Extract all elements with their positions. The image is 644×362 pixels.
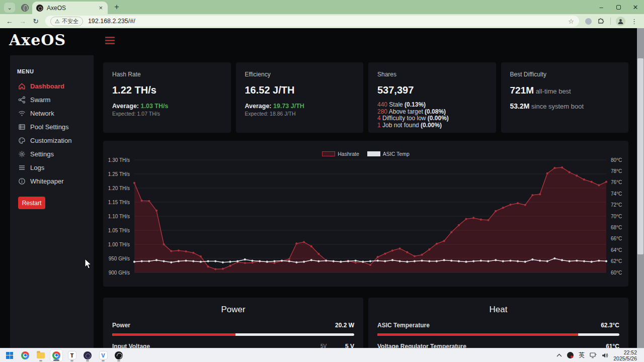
efficiency-average-label: Average: <box>245 103 274 110</box>
legend-asic-temp: ASIC Temp <box>367 151 410 157</box>
efficiency-value: 16.52 J/TH <box>245 84 355 96</box>
menu-toggle-icon[interactable] <box>105 37 115 44</box>
browser-menu-icon[interactable]: ⋮ <box>627 18 641 25</box>
browser-toolbar: ← → ↻ ⚠ 不安全 192.168.2.235/#/ ☆ ⋮ <box>0 14 644 28</box>
svg-text:1.05 TH/s: 1.05 TH/s <box>108 228 130 233</box>
v-app-icon: V <box>99 351 108 359</box>
svg-text:80°C: 80°C <box>611 157 622 163</box>
taskbar-chrome[interactable] <box>19 349 32 361</box>
tray-expand-icon[interactable] <box>556 353 562 357</box>
tray-obs-icon[interactable] <box>567 352 574 358</box>
speaker-icon[interactable] <box>602 352 608 358</box>
vr-temperature-value: 61°C <box>606 343 619 348</box>
url-text[interactable]: 192.168.2.235/#/ <box>88 18 568 25</box>
power-card: Power Power 20.2 W Input Voltage 5 V 5V <box>103 298 363 348</box>
restore-button[interactable] <box>610 0 627 14</box>
taskbar-clock[interactable]: 22:52 2025/5/26 <box>613 349 637 361</box>
svg-text:1.00 TH/s: 1.00 TH/s <box>108 242 130 247</box>
home-icon <box>18 82 26 90</box>
tab-search-button[interactable]: ⌄ <box>4 3 15 13</box>
svg-text:76°C: 76°C <box>611 179 622 185</box>
window-controls: – ✕ <box>593 0 644 14</box>
forward-button[interactable]: → <box>16 15 29 27</box>
svg-text:1.15 TH/s: 1.15 TH/s <box>108 200 130 205</box>
new-tab-button[interactable]: + <box>111 1 123 13</box>
svg-text:70°C: 70°C <box>611 214 622 219</box>
chrome-icon <box>52 351 60 359</box>
session-difficulty-suffix: since system boot <box>529 103 584 110</box>
power-value: 20.2 W <box>335 322 354 329</box>
main-content: Hash Rate 1.22 TH/s Average: 1.03 TH/s E… <box>103 62 628 348</box>
tab-title: AxeOS <box>47 5 94 12</box>
svg-text:1.30 TH/s: 1.30 TH/s <box>108 157 130 163</box>
page-scrollbar[interactable] <box>637 28 644 348</box>
bottom-cards-row: Power Power 20.2 W Input Voltage 5 V 5V … <box>103 298 628 348</box>
svg-text:62°C: 62°C <box>611 258 622 264</box>
sidebar-item-customization[interactable]: Customization <box>16 134 88 147</box>
svg-text:64°C: 64°C <box>611 247 622 253</box>
security-label: 不安全 <box>62 18 78 25</box>
t-app-icon: T <box>68 351 76 359</box>
profile-avatar[interactable] <box>616 17 625 26</box>
minimize-button[interactable]: – <box>593 0 610 14</box>
taskbar-dark-app[interactable] <box>81 349 94 361</box>
hashrate-swatch <box>322 151 335 156</box>
bookmark-star-icon[interactable]: ☆ <box>568 18 574 25</box>
taskbar-v-app[interactable]: V <box>97 349 110 361</box>
security-chip[interactable]: ⚠ 不安全 <box>50 17 83 26</box>
best-difficulty-card-title: Best Difficulty <box>510 71 620 78</box>
tab-strip: ⌄ AxeOS × + – ✕ <box>0 0 644 14</box>
taskbar-file-explorer[interactable] <box>34 349 47 361</box>
server-icon <box>18 123 26 131</box>
tab-close-icon[interactable]: × <box>98 4 104 12</box>
asic-temperature-label: ASIC Temperature <box>377 322 430 329</box>
globe-icon <box>21 4 29 12</box>
extensions-puzzle-icon[interactable] <box>597 17 605 26</box>
back-button[interactable]: ← <box>3 15 16 27</box>
taskbar-text-app[interactable]: T <box>65 349 78 361</box>
extension-icon[interactable] <box>585 18 592 25</box>
chart-legend: Hashrate ASIC Temp <box>103 151 628 157</box>
restart-button[interactable]: Restart <box>18 197 45 209</box>
session-difficulty-value: 53.2M <box>510 102 530 110</box>
hashrate-average-value: 1.03 TH/s <box>141 103 169 110</box>
sidebar-item-whitepaper[interactable]: Whitepaper <box>16 174 88 188</box>
system-tray: 英 22:52 2025/5/26 <box>556 349 641 361</box>
efficiency-average-value: 19.73 J/TH <box>273 103 304 110</box>
efficiency-expected: Expected: 18.86 J/TH <box>245 111 355 117</box>
axeos-dashboard-page: AxeOS MENU Dashboard Swarm Network <box>0 28 644 348</box>
vr-temperature-label: Voltage Regulator Temperature <box>377 343 466 348</box>
taskbar-obs[interactable] <box>112 349 125 361</box>
browser-tab-axeos[interactable]: AxeOS × <box>32 2 108 14</box>
pinned-tab[interactable] <box>17 2 32 14</box>
best-difficulty-suffix: all-time best <box>534 87 571 95</box>
start-button[interactable] <box>3 349 16 361</box>
taskbar-date: 2025/5/26 <box>613 355 637 361</box>
sidebar-item-settings[interactable]: Settings <box>16 147 88 161</box>
sidebar-item-swarm[interactable]: Swarm <box>16 93 88 107</box>
input-voltage-scale-label: 5V <box>320 343 327 348</box>
share-stat-above-target: 280 Above target (0.08%) <box>377 109 487 116</box>
close-button[interactable]: ✕ <box>627 0 644 14</box>
sidebar-item-pool-settings[interactable]: Pool Settings <box>16 120 88 134</box>
share-stat-job-not-found: 1 Job not found (0.00%) <box>377 122 487 129</box>
asic-temp-swatch <box>367 151 380 156</box>
svg-text:78°C: 78°C <box>611 168 622 174</box>
heat-section-title: Heat <box>377 305 619 315</box>
sidebar-item-dashboard[interactable]: Dashboard <box>16 79 88 93</box>
sidebar-item-network[interactable]: Network <box>16 107 88 120</box>
efficiency-card-title: Efficiency <box>245 71 355 78</box>
svg-text:74°C: 74°C <box>611 191 622 197</box>
scrollbar-thumb[interactable] <box>637 58 643 254</box>
taskbar-chrome-active[interactable] <box>50 349 63 361</box>
sidebar-item-logs[interactable]: Logs <box>16 161 88 174</box>
info-icon <box>18 177 26 185</box>
address-bar[interactable]: ⚠ 不安全 192.168.2.235/#/ ☆ <box>45 16 579 27</box>
svg-text:60°C: 60°C <box>611 270 622 276</box>
network-icon[interactable] <box>590 352 597 358</box>
asic-temperature-meter <box>377 333 619 336</box>
reload-button[interactable]: ↻ <box>29 15 42 27</box>
palette-icon <box>18 137 26 144</box>
power-label: Power <box>112 322 130 329</box>
ime-indicator[interactable]: 英 <box>579 351 585 359</box>
